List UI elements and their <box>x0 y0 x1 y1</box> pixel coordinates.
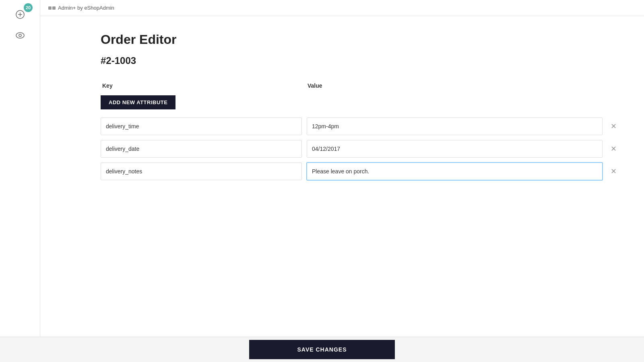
attribute-key-input-1[interactable] <box>101 117 302 135</box>
notification-badge: 20 <box>24 3 33 12</box>
order-number: #2-1003 <box>101 55 620 66</box>
footer: SAVE CHANGES <box>0 337 644 362</box>
attribute-row-3: ✕ <box>101 162 620 180</box>
add-attribute-button[interactable]: ADD NEW ATTRIBUTE <box>101 95 175 109</box>
save-changes-button[interactable]: SAVE CHANGES <box>249 340 395 359</box>
attribute-row-2: ✕ <box>101 140 620 158</box>
main-content: Admin+ by eShopAdmin Order Editor #2-100… <box>40 0 644 362</box>
sidebar: 20 <box>0 0 40 362</box>
app-name: Admin+ by eShopAdmin <box>58 5 114 11</box>
attribute-value-input-2[interactable] <box>307 140 603 158</box>
table-headers: Key Value <box>101 82 620 89</box>
svg-point-3 <box>16 33 24 38</box>
eye-icon[interactable] <box>13 28 27 43</box>
value-column-header: Value <box>308 82 618 89</box>
app-logo: Admin+ by eShopAdmin <box>48 5 114 11</box>
attribute-value-input-1[interactable] <box>307 117 603 135</box>
attribute-value-input-3[interactable] <box>307 162 603 180</box>
key-column-header: Key <box>102 82 308 89</box>
delete-attribute-button-2[interactable]: ✕ <box>607 144 620 154</box>
page-title: Order Editor <box>101 32 620 47</box>
delete-attribute-button-1[interactable]: ✕ <box>607 121 620 132</box>
svg-point-4 <box>19 34 21 37</box>
attribute-row-1: ✕ <box>101 117 620 135</box>
logo-icon <box>48 6 56 10</box>
delete-attribute-button-3[interactable]: ✕ <box>607 166 620 177</box>
content-area: Order Editor #2-1003 Key Value ADD NEW A… <box>40 16 644 362</box>
attribute-key-input-2[interactable] <box>101 140 302 158</box>
attribute-key-input-3[interactable] <box>101 162 302 180</box>
top-bar: Admin+ by eShopAdmin <box>40 0 644 16</box>
